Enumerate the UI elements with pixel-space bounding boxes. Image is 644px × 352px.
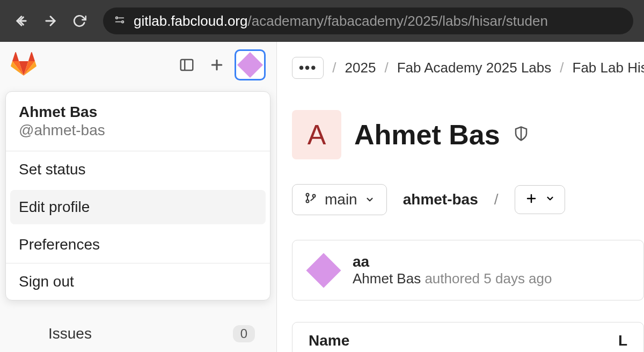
url-text: gitlab.fabcloud.org/academany/fabacademy… [134,13,548,30]
svg-point-12 [306,194,309,196]
branch-selector[interactable]: main [292,184,387,215]
chevron-down-icon [365,191,375,208]
shield-icon [513,126,529,144]
column-name: Name [309,332,349,349]
browser-toolbar: gitlab.fabcloud.org/academany/fabacademy… [0,0,644,42]
svg-point-13 [306,200,309,203]
sidebar: Issues 0 Ahmet Bas @ahmet-bas Set status… [0,42,277,352]
path-segment[interactable]: ahmet-bas [403,191,478,208]
sidebar-item-issues[interactable]: Issues 0 [0,319,276,349]
site-settings-icon[interactable] [114,14,126,28]
menu-item-set-status[interactable]: Set status [6,151,270,188]
breadcrumb-item[interactable]: 2025 [345,60,376,76]
commit-author-avatar [308,254,340,287]
forward-button[interactable] [40,10,61,32]
main-content: ••• / 2025 / Fab Academy 2025 Labs / Fab… [277,42,644,352]
create-new-button[interactable] [204,53,229,77]
branch-icon [304,191,317,208]
user-display-name: Ahmet Bas [19,104,257,121]
reload-button[interactable] [69,10,90,32]
commit-meta: Ahmet Bas authored 5 days ago [353,270,552,287]
file-table: Name L [292,322,644,352]
project-avatar: A [292,110,341,159]
breadcrumb-more-button[interactable]: ••• [292,57,324,79]
breadcrumb: ••• / 2025 / Fab Academy 2025 Labs / Fab… [292,42,644,94]
commit-message[interactable]: aa [353,253,552,270]
project-header: A Ahmet Bas [292,110,644,159]
breadcrumb-item[interactable]: Fab Academy 2025 Labs [397,60,552,76]
back-button[interactable] [11,10,32,32]
chevron-down-icon [545,194,555,206]
url-bar[interactable]: gitlab.fabcloud.org/academany/fabacademy… [103,8,633,34]
breadcrumb-item[interactable]: Fab Lab His [573,60,645,76]
path-separator: / [494,191,499,208]
menu-item-edit-profile[interactable]: Edit profile [10,190,266,224]
svg-point-5 [122,20,124,23]
svg-point-14 [313,195,316,197]
branch-name: main [325,191,357,208]
sidebar-item-label: Issues [48,325,92,342]
commit-author[interactable]: Ahmet Bas [353,270,421,287]
breadcrumb-separator: / [332,60,336,76]
last-commit-box[interactable]: aa Ahmet Bas authored 5 days ago [292,240,644,300]
menu-item-sign-out[interactable]: Sign out [6,263,270,300]
issues-count-badge: 0 [233,325,255,342]
add-to-tree-button[interactable] [515,185,565,214]
menu-item-preferences[interactable]: Preferences [6,226,270,263]
avatar-icon [306,253,341,288]
project-title: Ahmet Bas [354,119,500,151]
file-table-header: Name L [292,322,643,352]
svg-point-3 [116,17,118,19]
repo-controls: main ahmet-bas / [292,184,644,215]
user-handle: @ahmet-bas [19,122,257,139]
svg-rect-7 [181,60,193,70]
avatar-icon [237,52,263,78]
breadcrumb-separator: / [384,60,388,76]
user-menu-header: Ahmet Bas @ahmet-bas [6,92,270,151]
user-dropdown-menu: Ahmet Bas @ahmet-bas Set status Edit pro… [5,91,270,300]
gitlab-logo[interactable] [11,51,36,79]
user-avatar-button[interactable] [235,49,266,80]
plus-icon [525,192,538,207]
breadcrumb-separator: / [560,60,564,76]
collapse-sidebar-button[interactable] [174,53,199,77]
column-last: L [618,332,627,349]
